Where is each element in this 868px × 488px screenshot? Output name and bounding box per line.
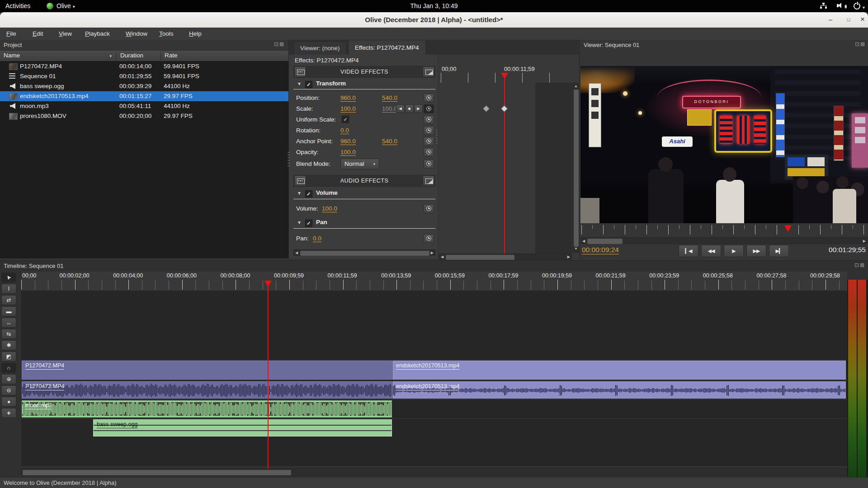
media-item-sequence-01[interactable]: Sequence 0100:01:29;5559.9401 FPS	[0, 71, 288, 81]
clip-p1270472-mp4[interactable]: P1270472.MP4	[22, 381, 392, 399]
hand-tool-button[interactable]: ✱	[1, 340, 16, 350]
transform-effect-header[interactable]: ▼✓Transform	[297, 80, 346, 88]
media-item-endsketch20170513-mp4[interactable]: endsketch20170513.mp400:01:15;2729.97 FP…	[0, 91, 288, 101]
position-keyframe-button[interactable]	[424, 94, 434, 103]
rotation-value[interactable]: 0.0	[340, 127, 349, 134]
snapping-tool-button[interactable]: ∩	[1, 363, 16, 373]
window-titlebar[interactable]: Olive (December 2018 | Alpha) - <untitle…	[0, 12, 868, 28]
system-menu-chevron-icon[interactable]: ▾	[863, 3, 865, 12]
add-tool-button[interactable]: +	[1, 408, 16, 418]
collapse-arrow-icon[interactable]: ▼	[297, 220, 302, 225]
timeline-ruler[interactable]: 00;0000:00:02;0000:00:04;0000:00:06;0000…	[21, 272, 847, 291]
collapse-arrow-icon[interactable]: ▼	[297, 191, 302, 196]
play-button[interactable]: ▶	[724, 245, 744, 257]
rotation-keyframe-button[interactable]	[424, 126, 434, 135]
toggle-keyframe-button[interactable]: ◆	[405, 104, 414, 113]
menu-edit[interactable]: Edit	[30, 29, 46, 38]
menu-window[interactable]: Window	[123, 29, 150, 38]
transition-tool-button[interactable]: ◩	[1, 352, 16, 361]
razor-tool-button[interactable]: ▬	[1, 306, 16, 316]
menu-tools[interactable]: Tools	[156, 29, 176, 38]
minimize-button[interactable]: –	[825, 14, 836, 25]
rewind-button[interactable]: ◀◀	[701, 245, 721, 257]
viewer-playhead-marker[interactable]	[784, 225, 792, 232]
volume-keyframe-button[interactable]	[424, 204, 434, 213]
keyframe-ruler-ticks[interactable]	[441, 73, 576, 83]
video-effects-menu-button[interactable]	[423, 66, 434, 77]
pan-keyframe-button[interactable]	[424, 234, 434, 243]
slip-tool-button[interactable]: ↔	[1, 318, 16, 328]
clock[interactable]: Thu Jan 3, 10:49	[0, 2, 868, 10]
anchor-keyframe-button[interactable]	[424, 137, 434, 146]
timeline-tracks[interactable]: P1270472.MP4endsketch20170513.mp4P127047…	[21, 291, 847, 466]
maximize-button[interactable]: □	[843, 14, 854, 25]
menu-file[interactable]: File	[4, 29, 19, 38]
clip-p1270472-mp4[interactable]: P1270472.MP4	[22, 361, 392, 380]
slide-tool-button[interactable]: ⇆	[1, 329, 16, 339]
volume-effect-header[interactable]: ▼✓Volume	[297, 189, 338, 197]
keyframe-diamond[interactable]	[483, 105, 490, 113]
edit-tool-button[interactable]: I	[1, 284, 16, 294]
record-tool-button[interactable]: ●	[1, 397, 16, 407]
zoom-in-tool-button[interactable]: ⊕	[1, 374, 16, 384]
next-keyframe-button[interactable]: ▶	[414, 104, 423, 113]
pan-value[interactable]: 0.0	[313, 235, 321, 242]
column-header-duration[interactable]: Duration	[116, 52, 160, 61]
prev-keyframe-button[interactable]: ◀	[396, 104, 405, 113]
collapse-arrow-icon[interactable]: ▼	[297, 81, 302, 86]
viewer-current-timecode[interactable]: 00:00:09;24	[582, 246, 619, 254]
scale-keyframe-button-active[interactable]	[424, 104, 434, 113]
effects-horizontal-scrollbar[interactable]: ◀▶	[293, 249, 435, 256]
clip-moon-mp3[interactable]: moon.mp3	[22, 400, 392, 418]
media-item-prores1080-mov[interactable]: prores1080.MOV00:00:20;0029.97 FPS	[0, 111, 288, 121]
keyframe-horizontal-scrollbar[interactable]: ◀▶	[439, 253, 572, 260]
scale-x-value[interactable]: 100.0	[340, 105, 356, 113]
volume-enabled-checkbox[interactable]: ✓	[305, 190, 312, 197]
blend-mode-dropdown[interactable]: Normal▾	[340, 159, 379, 169]
video-preview[interactable]: DOTONBORI Asahi	[580, 66, 868, 223]
clip-bass-sweep-ogg[interactable]: bass sweep.ogg	[93, 419, 392, 436]
position-y-value[interactable]: 540.0	[382, 94, 397, 102]
panel-float-close-icons[interactable]: ⊡⊠	[274, 41, 285, 47]
pointer-tool-button[interactable]: ➤	[1, 272, 16, 282]
skip-to-start-button[interactable]: ▎◀	[679, 245, 698, 257]
panel-float-close-icons[interactable]: ⊡⊠	[854, 262, 865, 268]
audio-effects-menu-button[interactable]	[423, 175, 434, 186]
tab-viewer-none[interactable]: Viewer: (none)	[293, 41, 347, 55]
media-item-p1270472-mp4[interactable]: P1270472.MP400:00:14;0059.9401 FPS	[0, 61, 288, 71]
menu-playback[interactable]: Playback	[82, 29, 113, 38]
ripple-tool-button[interactable]: ⇄	[1, 295, 16, 305]
zoom-out-tool-button[interactable]: ⊖	[1, 385, 16, 395]
anchor-y-value[interactable]: 540.0	[382, 138, 397, 145]
pan-enabled-checkbox[interactable]: ✓	[305, 220, 312, 227]
menu-help[interactable]: Help	[186, 29, 204, 38]
uniform-scale-keyframe-button[interactable]	[424, 115, 434, 124]
clip-endsketch20170513-mp4[interactable]: endsketch20170513.mp4	[392, 361, 846, 380]
keyframe-diamond-selected[interactable]	[501, 105, 508, 113]
blend-keyframe-button[interactable]	[424, 160, 434, 169]
anchor-x-value[interactable]: 960.0	[340, 138, 356, 145]
column-header-rate[interactable]: Rate	[160, 52, 288, 61]
clip-endsketch20170513-mp4[interactable]: endsketch20170513.mp4	[392, 381, 846, 399]
media-item-moon-mp3[interactable]: moon.mp300:05:41:1144100 Hz	[0, 101, 288, 111]
opacity-keyframe-button[interactable]	[424, 148, 434, 157]
position-x-value[interactable]: 960.0	[340, 94, 356, 102]
keyframe-vertical-scrollbar[interactable]: ▲▼	[572, 83, 579, 253]
media-item-bass-sweep-ogg[interactable]: bass sweep.ogg00:00:39:2944100 Hz	[0, 81, 288, 91]
close-button[interactable]: ×	[857, 14, 868, 25]
tab-effects[interactable]: Effects: P1270472.MP4	[348, 40, 426, 55]
timeline-horizontal-scrollbar[interactable]	[21, 468, 847, 476]
menu-view[interactable]: View	[56, 29, 75, 38]
pan-effect-header[interactable]: ▼✓Pan	[297, 219, 327, 227]
project-table-header[interactable]: Name▾ Duration Rate	[0, 50, 288, 61]
transform-enabled-checkbox[interactable]: ✓	[305, 81, 312, 88]
panel-float-close-icons[interactable]: ⊡⊠	[855, 41, 866, 47]
skip-to-end-button[interactable]: ▶▎	[769, 245, 789, 257]
panel-splitter-handle[interactable]	[288, 152, 290, 168]
volume-value[interactable]: 100.0	[322, 205, 337, 212]
fast-forward-button[interactable]: ▶▶	[746, 245, 766, 257]
column-header-name[interactable]: Name▾	[0, 52, 116, 61]
opacity-value[interactable]: 100.0	[340, 149, 356, 156]
uniform-scale-checkbox[interactable]: ✓	[342, 116, 349, 123]
viewer-horizontal-scrollbar[interactable]: ◀▶	[580, 237, 868, 244]
